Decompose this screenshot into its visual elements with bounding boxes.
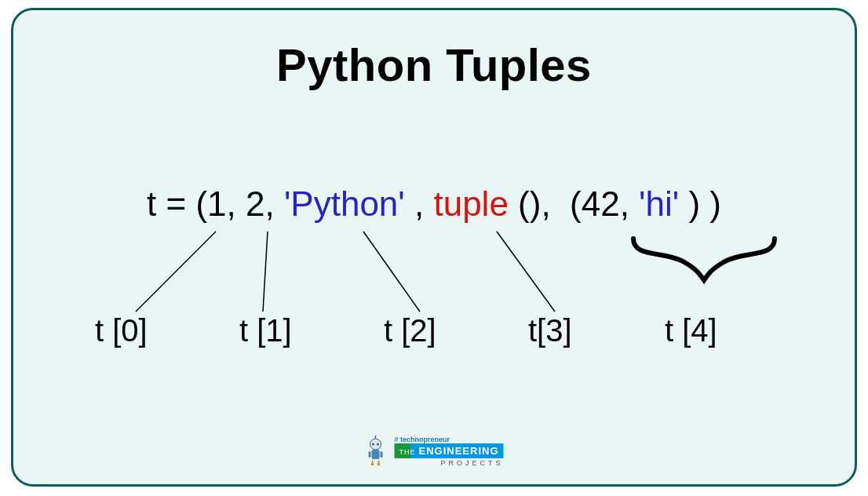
index-label-0: t [0] [95,313,148,348]
site-logo: # technopreneur THE ENGINEERING PROJECTS [364,436,503,467]
expr-hi-literal: 'hi' [639,184,679,223]
expr-lead: t = (1, 2, [147,184,284,223]
expr-tail: ) ) [679,184,721,223]
svg-line-0 [136,232,216,312]
svg-rect-10 [368,451,370,458]
logo-brand-bar: THE ENGINEERING [394,443,503,458]
index-label-3: t[3] [528,313,572,348]
diagram-title: Python Tuples [13,38,855,91]
svg-line-2 [363,232,420,312]
svg-rect-9 [371,450,379,459]
svg-rect-11 [380,451,382,458]
svg-point-8 [374,436,376,437]
logo-the: THE [399,448,415,456]
tuple-expression: t = (1, 2, 'Python' , tuple (), (42, 'hi… [13,184,855,224]
svg-line-3 [497,232,555,312]
logo-text-block: # technopreneur THE ENGINEERING PROJECTS [394,436,503,467]
svg-point-6 [377,443,379,446]
svg-line-1 [263,232,268,312]
logo-hashtag: # technopreneur [394,436,450,443]
expr-sep-1: , [405,184,434,223]
svg-point-5 [372,443,374,446]
expr-tuple-keyword: tuple [433,184,508,223]
curly-brace-icon [629,235,779,290]
expr-mid-2: (), (42, [509,184,639,223]
diagram-frame: Python Tuples t = (1, 2, 'Python' , tupl… [11,8,857,487]
logo-projects: PROJECTS [440,459,503,467]
robot-icon [364,436,386,467]
index-label-1: t [1] [239,313,292,348]
logo-brand: ENGINEERING [418,445,498,457]
index-label-2: t [2] [384,313,436,348]
expr-python-literal: 'Python' [284,184,405,223]
index-label-4: t [4] [665,313,717,348]
svg-point-4 [370,439,381,450]
